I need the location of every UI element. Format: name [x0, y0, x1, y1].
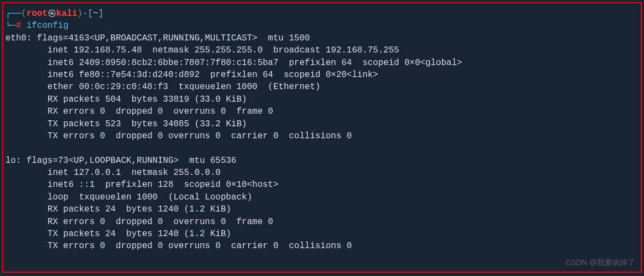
lo-tx-packets: TX packets 24 bytes 1240 (1.2 KiB) — [5, 228, 639, 240]
prompt-box-top: ┌── — [5, 9, 21, 19]
prompt-dash: - — [83, 9, 88, 19]
lo-rx-errors: RX errors 0 dropped 0 overruns 0 frame 0 — [5, 216, 639, 228]
eth0-inet6-global: inet6 2409:8950:8cb2:6bbe:7807:7f80:c16:… — [5, 57, 639, 69]
paren-open: ( — [21, 9, 27, 19]
lo-inet6: inet6 ::1 prefixlen 128 scopeid 0×10<hos… — [5, 179, 639, 191]
lo-tx-errors: TX errors 0 dropped 0 overruns 0 carrier… — [5, 240, 639, 252]
eth0-ether: ether 00:0c:29:c0:48:f3 txqueuelen 1000 … — [5, 81, 639, 93]
eth0-header: eth0: flags=4163<UP,BROADCAST,RUNNING,MU… — [5, 32, 639, 44]
terminal-window[interactable]: ┌──(root㉿kali)-[~] └─# ifconfig eth0: fl… — [2, 2, 642, 273]
prompt-separator-icon: ㉿ — [48, 9, 56, 19]
paren-close: ) — [77, 9, 83, 19]
prompt-user: root — [26, 9, 47, 19]
blank-line — [5, 142, 639, 154]
prompt-line-1: ┌──(root㉿kali)-[~] — [5, 8, 639, 20]
prompt-box-bottom: └─ — [5, 21, 16, 31]
eth0-rx-packets: RX packets 504 bytes 33819 (33.0 KiB) — [5, 93, 639, 105]
eth0-inet6-link: inet6 fe80::7e54:3d:d240:d892 prefixlen … — [5, 69, 639, 81]
lo-header: lo: flags=73<UP,LOOPBACK,RUNNING> mtu 65… — [5, 155, 639, 167]
prompt-line-2: └─# ifconfig — [5, 20, 639, 32]
prompt-path: ~ — [93, 9, 98, 19]
eth0-tx-errors: TX errors 0 dropped 0 overruns 0 carrier… — [5, 130, 639, 142]
bracket-close: ] — [98, 9, 104, 19]
lo-inet: inet 127.0.0.1 netmask 255.0.0.0 — [5, 167, 639, 179]
lo-rx-packets: RX packets 24 bytes 1240 (1.2 KiB) — [5, 203, 639, 215]
eth0-inet: inet 192.168.75.48 netmask 255.255.255.0… — [5, 44, 639, 56]
prompt-host: kali — [56, 9, 77, 19]
bracket-open: [ — [87, 9, 93, 19]
prompt-hash: # — [16, 21, 21, 31]
watermark-text: CSDN @我要疯掉了 — [565, 257, 635, 268]
eth0-rx-errors: RX errors 0 dropped 0 overruns 0 frame 0 — [5, 105, 639, 118]
command-text: ifconfig — [26, 21, 68, 31]
eth0-tx-packets: TX packets 523 bytes 34085 (33.2 KiB) — [5, 118, 639, 130]
lo-loop: loop txqueuelen 1000 (Local Loopback) — [5, 191, 639, 203]
